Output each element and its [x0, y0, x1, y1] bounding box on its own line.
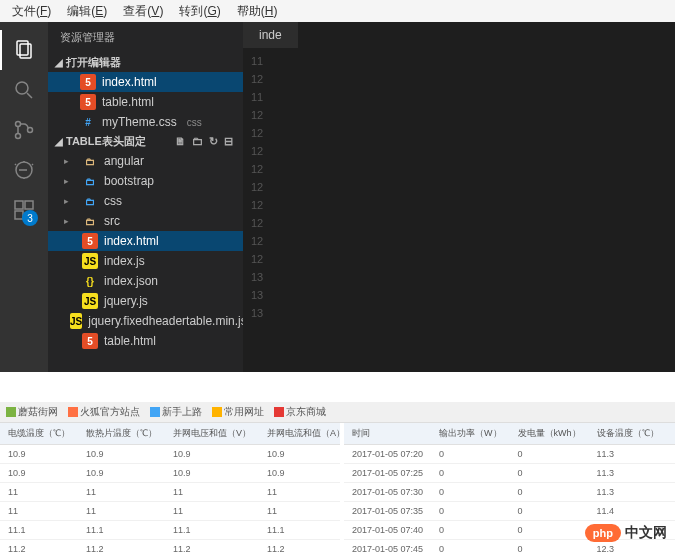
file-item[interactable]: 5index.html: [48, 231, 243, 251]
editor-window: 3 资源管理器 ◢ 打开编辑器 5 index.html 5 table.htm…: [0, 22, 675, 372]
open-editors-header[interactable]: ◢ 打开编辑器: [48, 53, 243, 72]
table-header: 并网电压和值（V）: [165, 423, 259, 445]
chevron-right-icon: ▸: [64, 156, 76, 166]
collapse-icon[interactable]: ⊟: [224, 135, 233, 148]
menu-help[interactable]: 帮助(H): [229, 1, 286, 22]
open-editors-list: 5 index.html 5 table.html # myTheme.css …: [48, 72, 243, 132]
file-item[interactable]: {}index.json: [48, 271, 243, 291]
menu-view[interactable]: 查看(V): [115, 1, 171, 22]
folder-icon: 🗀: [82, 213, 98, 229]
line-number: 12: [251, 250, 667, 268]
line-number: 13: [251, 286, 667, 304]
folder-item[interactable]: ▸🗀angular: [48, 151, 243, 171]
refresh-icon[interactable]: ↻: [209, 135, 218, 148]
svg-line-3: [27, 93, 32, 98]
file-item[interactable]: JSjquery.fixedheadertable.min.js: [48, 311, 243, 331]
line-number: 11: [251, 52, 667, 70]
bookmark-item[interactable]: 蘑菇街网: [6, 405, 58, 419]
table-cell: 2017-01-05 07:35: [344, 502, 431, 521]
table-cell: 11: [165, 483, 259, 502]
line-number: 12: [251, 106, 667, 124]
table-header: 发电量（kWh）: [510, 423, 589, 445]
source-control-icon[interactable]: [0, 110, 48, 150]
folder-item[interactable]: ▸🗀css: [48, 191, 243, 211]
file-label: jquery.js: [104, 294, 148, 308]
file-item[interactable]: JSjquery.js: [48, 291, 243, 311]
logo-text: 中文网: [625, 524, 667, 542]
table-cell: 12.3: [667, 540, 675, 554]
line-number: 12: [251, 160, 667, 178]
table-row: 2017-01-05 07:250011.311.3: [344, 464, 675, 483]
file-item[interactable]: 5table.html: [48, 331, 243, 351]
table-cell: 10.9: [78, 464, 165, 483]
project-header[interactable]: ◢ TABLE表头固定 🗎 🗀 ↻ ⊟: [48, 132, 243, 151]
menu-file[interactable]: 文件(F): [4, 1, 59, 22]
activity-bar: 3: [0, 22, 48, 372]
bookmark-item[interactable]: 京东商城: [274, 405, 326, 419]
svg-rect-9: [25, 201, 33, 209]
file-label: bootstrap: [104, 174, 154, 188]
folder-icon: 🗀: [82, 173, 98, 189]
html-icon: 5: [82, 233, 98, 249]
search-icon[interactable]: [0, 70, 48, 110]
debug-icon[interactable]: [0, 150, 48, 190]
line-number: 12: [251, 232, 667, 250]
bookmark-bar: 蘑菇街网 火狐官方站点 新手上路 常用网址 京东商城: [0, 402, 675, 423]
table-cell: 2017-01-05 07:30: [344, 483, 431, 502]
menubar: 文件(F) 编辑(E) 查看(V) 转到(G) 帮助(H): [0, 0, 675, 22]
file-label: index.html: [104, 234, 159, 248]
table-row: 11.211.211.211.22017-: [0, 540, 340, 554]
file-item[interactable]: JSindex.js: [48, 251, 243, 271]
table-cell: 11.2: [78, 540, 165, 554]
folder-item[interactable]: ▸🗀bootstrap: [48, 171, 243, 191]
menu-goto[interactable]: 转到(G): [171, 1, 228, 22]
bookmark-item[interactable]: 常用网址: [212, 405, 264, 419]
table-header: 设备温度（℃）: [589, 423, 667, 445]
new-folder-icon[interactable]: 🗀: [192, 135, 203, 148]
table-cell: 2017-01-05 07:45: [344, 540, 431, 554]
table-header: 散热片温度（℃）: [78, 423, 165, 445]
table-cell: 11: [259, 502, 340, 521]
table-row: 2017-01-05 07:300011.311.3: [344, 483, 675, 502]
explorer-icon[interactable]: [0, 30, 48, 70]
sidebar: 资源管理器 ◢ 打开编辑器 5 index.html 5 table.html …: [48, 22, 243, 372]
svg-rect-1: [20, 44, 31, 58]
table-cell: 10.9: [0, 445, 78, 464]
file-label: index.js: [104, 254, 145, 268]
line-number: 12: [251, 178, 667, 196]
table-cell: 11: [259, 483, 340, 502]
chevron-right-icon: ▸: [64, 176, 76, 186]
open-editor-item[interactable]: # myTheme.css css: [48, 112, 243, 132]
table-cell: 11.1: [0, 521, 78, 540]
html-icon: 5: [82, 333, 98, 349]
new-file-icon[interactable]: 🗎: [175, 135, 186, 148]
chevron-right-icon: ▸: [64, 216, 76, 226]
table-cell: 11: [78, 502, 165, 521]
sidebar-title: 资源管理器: [48, 22, 243, 53]
bookmark-item[interactable]: 新手上路: [150, 405, 202, 419]
table-cell: 0: [431, 445, 510, 464]
open-editor-item[interactable]: 5 table.html: [48, 92, 243, 112]
php-logo: php: [585, 524, 621, 542]
table-row: 111111112017-: [0, 483, 340, 502]
bookmark-item[interactable]: 火狐官方站点: [68, 405, 140, 419]
table-cell: 0: [510, 521, 589, 540]
table-left-wrap[interactable]: 电缆温度（℃）散热片温度（℃）并网电压和值（V）并网电流和值（A）并网电压 10…: [0, 423, 340, 553]
line-number: 12: [251, 196, 667, 214]
table-row: 2017-01-05 07:200011.311.3: [344, 445, 675, 464]
file-tree: ▸🗀angular▸🗀bootstrap▸🗀css▸🗀src5index.htm…: [48, 151, 243, 351]
open-editor-item[interactable]: 5 index.html: [48, 72, 243, 92]
extensions-icon[interactable]: 3: [0, 190, 48, 230]
menu-edit[interactable]: 编辑(E): [59, 1, 115, 22]
table-cell: 0: [431, 464, 510, 483]
js-icon: JS: [70, 313, 82, 329]
table-cell: 11.1: [259, 521, 340, 540]
watermark: php 中文网: [585, 524, 667, 542]
editor-tab[interactable]: inde: [243, 22, 298, 48]
folder-item[interactable]: ▸🗀src: [48, 211, 243, 231]
table-cell: 10.9: [259, 464, 340, 483]
table-cell: 11.1: [165, 521, 259, 540]
file-label: src: [104, 214, 120, 228]
preview-panel: 蘑菇街网 火狐官方站点 新手上路 常用网址 京东商城 电缆温度（℃）散热片温度（…: [0, 402, 675, 553]
table-cell: 11.3: [589, 464, 667, 483]
